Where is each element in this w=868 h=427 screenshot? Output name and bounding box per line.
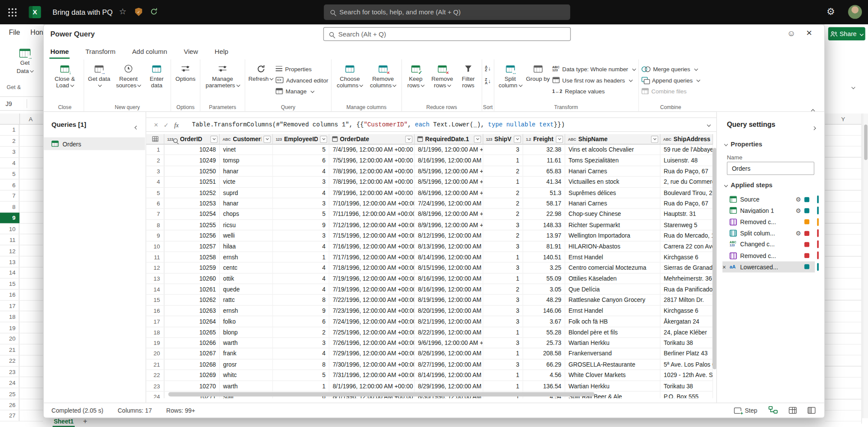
cell[interactable]: 32.38 xyxy=(523,145,565,156)
scrollbar-thumb[interactable] xyxy=(168,392,595,397)
gear-icon[interactable] xyxy=(795,196,801,202)
cell[interactable]: 148.33 xyxy=(523,220,565,231)
cell[interactable]: 5ª Ave. Los Palos G xyxy=(660,359,713,370)
cell[interactable]: Hauptstr. 31 xyxy=(660,209,713,220)
column-header-OrderID[interactable]: 123OrderID xyxy=(165,134,220,145)
cell[interactable]: 7/18/1996, 12:00:00 AM +00:00 xyxy=(330,263,415,274)
applied-step[interactable]: ×Removed c... xyxy=(723,250,815,261)
cell[interactable]: Hanari Carnes xyxy=(565,166,660,177)
cell[interactable]: 10252 xyxy=(165,188,220,199)
cell[interactable]: Boulevard Tirou, 25 xyxy=(660,188,713,199)
excel-get-data-button[interactable]: Get Data xyxy=(6,49,43,74)
excel-row-header-11[interactable]: 11 xyxy=(0,235,43,245)
excel-row-header-19[interactable]: 19 xyxy=(0,322,43,333)
use-first-row-as-headers-button[interactable]: Use first row as headers xyxy=(552,75,635,85)
cell[interactable]: 10263 xyxy=(165,306,220,317)
cell[interactable]: 58.17 xyxy=(523,198,565,209)
cell[interactable]: suprd xyxy=(220,188,273,199)
cell[interactable]: 7/17/1996, 12:00:00 AM +00:00 xyxy=(330,252,415,263)
cell[interactable]: 10257 xyxy=(165,241,220,252)
cell[interactable]: 1 xyxy=(483,155,523,166)
cell[interactable]: 9 xyxy=(273,306,330,317)
cell[interactable]: 8 xyxy=(273,295,330,306)
row-number[interactable]: 12 xyxy=(146,263,165,274)
excel-row-header-22[interactable]: 22 xyxy=(0,355,43,366)
group-by-button[interactable]: Group by xyxy=(526,63,550,82)
row-number[interactable]: 6 xyxy=(146,198,165,209)
cell[interactable]: 1 xyxy=(273,252,330,263)
cell[interactable]: hanar xyxy=(220,198,273,209)
cell[interactable]: ernsh xyxy=(220,306,273,317)
queries-collapse-chevron[interactable] xyxy=(133,122,138,132)
row-number[interactable]: 22 xyxy=(146,370,165,381)
cell[interactable]: 10270 xyxy=(165,381,220,392)
advanced-editor-button[interactable]: Advanced editor xyxy=(276,75,328,85)
cell[interactable]: 55.09 xyxy=(523,273,565,284)
cell[interactable]: 8/1/1996, 12:00:00 AM +00:00 xyxy=(415,145,483,156)
diagram-view-icon[interactable] xyxy=(769,406,778,415)
applied-steps-section-header[interactable]: Applied steps xyxy=(725,182,772,188)
cell[interactable]: 8 xyxy=(273,359,330,370)
sensitivity-shield-icon[interactable] xyxy=(135,8,142,16)
cell[interactable]: centc xyxy=(220,263,273,274)
row-number[interactable]: 11 xyxy=(146,252,165,263)
cell[interactable]: 22.98 xyxy=(523,209,565,220)
cell[interactable]: Ernst Handel xyxy=(565,306,660,317)
cell[interactable]: 3 xyxy=(483,316,523,327)
filter-button[interactable] xyxy=(320,136,327,143)
app-launcher-icon[interactable] xyxy=(7,7,17,17)
cell[interactable]: 3 xyxy=(483,338,523,349)
formula-cancel-icon[interactable] xyxy=(154,119,158,129)
scrollbar-thumb[interactable] xyxy=(864,125,867,160)
filter-button[interactable] xyxy=(210,136,218,143)
sort-descending-button[interactable] xyxy=(485,76,491,86)
cell[interactable]: ernsh xyxy=(220,252,273,263)
cell[interactable]: Carrera 22 con Ave xyxy=(660,241,713,252)
cell[interactable]: 140.51 xyxy=(523,252,565,263)
cell[interactable]: Richter Supermarkt xyxy=(565,220,660,231)
split-column-button[interactable]: Split column xyxy=(497,63,523,89)
column-header-OrderDate[interactable]: OrderDate xyxy=(330,134,415,145)
cell[interactable]: chops xyxy=(220,209,273,220)
tab-home[interactable]: Home xyxy=(49,44,70,60)
cell[interactable]: 8/5/1996, 12:00:00 AM +00:00 xyxy=(415,166,483,177)
replace-values-button[interactable]: Replace values xyxy=(552,86,635,96)
cell[interactable]: 7/15/1996, 12:00:00 AM +00:00 xyxy=(330,231,415,242)
cell[interactable]: 24, place Kléber xyxy=(660,327,713,338)
cell[interactable]: 8/27/1996, 12:00:00 AM +00:00 xyxy=(415,359,483,370)
filter-button[interactable] xyxy=(514,136,521,143)
cell[interactable]: frank xyxy=(220,348,273,359)
cell[interactable]: 10261 xyxy=(165,284,220,295)
cell[interactable]: 2817 Milton Dr. xyxy=(660,295,713,306)
cell[interactable]: Kirchgasse 6 xyxy=(660,252,713,263)
cell[interactable]: 8/13/1996, 12:00:00 AM +00:00 xyxy=(415,241,483,252)
cell[interactable]: 8/16/1996, 12:00:00 AM +00:00 xyxy=(415,155,483,166)
gear-icon[interactable] xyxy=(795,208,801,214)
pq-search-input[interactable]: Search (Alt + Q) xyxy=(323,27,571,41)
select-all-corner[interactable] xyxy=(146,134,165,145)
row-number[interactable]: 18 xyxy=(146,327,165,338)
cell[interactable]: 7/10/1996, 12:00:00 AM +00:00 xyxy=(330,198,415,209)
cell[interactable]: ricsu xyxy=(220,220,273,231)
cell[interactable]: 2 xyxy=(483,188,523,199)
row-number[interactable]: 8 xyxy=(146,220,165,231)
remove-columns-button[interactable]: Remove columns xyxy=(367,63,398,89)
schema-view-icon[interactable] xyxy=(808,407,815,414)
cell[interactable]: 7/25/1996, 12:00:00 AM +00:00 xyxy=(330,327,415,338)
cell[interactable]: victe xyxy=(220,177,273,188)
cell[interactable]: 7/26/1996, 12:00:00 AM +00:00 xyxy=(330,338,415,349)
options-button[interactable]: Options xyxy=(174,63,197,82)
excel-row-header-17[interactable]: 17 xyxy=(0,301,43,311)
excel-row-header-4[interactable]: 4 xyxy=(0,158,43,169)
cell[interactable]: Wartian Herkku xyxy=(565,381,660,392)
excel-row-header-7[interactable]: 7 xyxy=(0,191,43,202)
get-data-button[interactable]: Get data xyxy=(87,63,111,89)
cell[interactable]: 5 xyxy=(273,370,330,381)
manage-button[interactable]: Manage xyxy=(276,86,328,96)
cell[interactable]: 10264 xyxy=(165,316,220,327)
cell[interactable]: Torikatu 38 xyxy=(660,338,713,349)
cell[interactable]: 7/8/1996, 12:00:00 AM +00:00 xyxy=(330,177,415,188)
cell[interactable]: Wartian Herkku xyxy=(565,338,660,349)
cell[interactable]: 7/4/1996, 12:00:00 AM +00:00 xyxy=(330,145,415,156)
cell[interactable]: 4 xyxy=(273,241,330,252)
